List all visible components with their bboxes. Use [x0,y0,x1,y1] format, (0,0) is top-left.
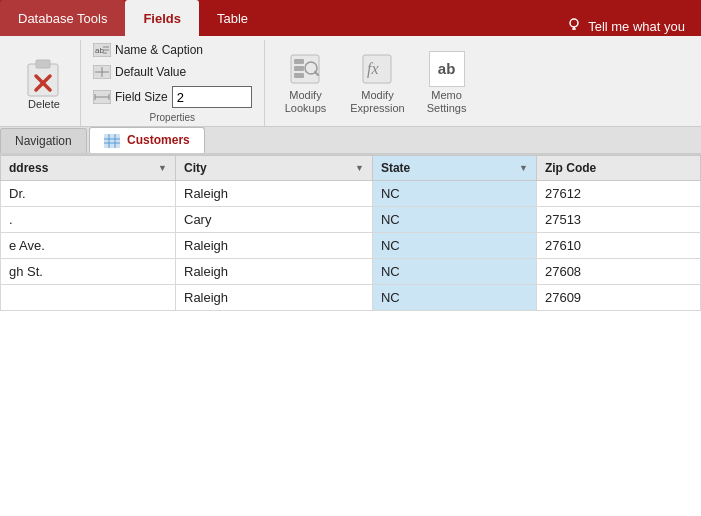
tell-me-text: Tell me what you [588,19,685,34]
modify-expression-label: ModifyExpression [350,89,404,115]
svg-rect-20 [294,59,304,64]
cell-city[interactable]: Raleigh [176,180,373,206]
prop-items-list: ab Name & Caption [89,40,256,110]
field-size-input[interactable] [172,86,252,108]
table-row[interactable]: .CaryNC27513 [1,206,701,232]
ribbon: Database Tools Fields Table Tell me what… [0,0,701,36]
svg-rect-3 [28,64,58,96]
name-caption-item[interactable]: ab Name & Caption [89,40,256,60]
name-caption-icon: ab [93,42,111,58]
delete-icon [24,56,64,96]
tab-table[interactable]: Table [199,0,266,36]
memo-settings-button[interactable]: ab MemoSettings [417,40,477,126]
svg-rect-27 [104,134,120,148]
cell-address[interactable]: . [1,206,176,232]
table-row[interactable]: e Ave.RaleighNC27610 [1,232,701,258]
address-col-dropdown-icon: ▼ [158,163,167,173]
cell-zip_code[interactable]: 27513 [536,206,700,232]
cell-zip_code[interactable]: 27610 [536,232,700,258]
cell-city[interactable]: Raleigh [176,284,373,310]
default-value-label: Default Value [115,65,186,79]
cell-state[interactable]: NC [372,180,536,206]
modify-lookups-label: ModifyLookups [285,89,327,115]
svg-text:fx: fx [367,60,379,78]
table-row[interactable]: Dr.RaleighNC27612 [1,180,701,206]
nav-tab-navigation-label: Navigation [15,134,72,148]
customers-table-icon [104,134,120,148]
svg-rect-21 [294,66,304,71]
cell-city[interactable]: Raleigh [176,232,373,258]
delete-button[interactable]: Delete [16,52,72,114]
table-header-row: ddress ▼ City ▼ State ▼ [1,155,701,180]
cell-address[interactable] [1,284,176,310]
modify-lookups-button[interactable]: ModifyLookups [273,40,339,126]
svg-rect-22 [294,73,304,78]
ribbon-group-modify: ModifyLookups fx ModifyExpression ab Mem… [265,40,485,126]
content-area: Navigation Customers dd [0,127,701,516]
delete-group-content: Delete [16,40,72,126]
nav-tab-customers-label: Customers [127,133,190,147]
cell-zip_code[interactable]: 27609 [536,284,700,310]
city-col-dropdown-icon: ▼ [355,163,364,173]
memo-settings-icon: ab [429,51,465,87]
cell-state[interactable]: NC [372,232,536,258]
tab-fields[interactable]: Fields [125,0,199,36]
tell-me-area[interactable]: Tell me what you [550,17,701,36]
col-header-address[interactable]: ddress ▼ [1,155,176,180]
nav-tab-customers[interactable]: Customers [89,127,205,153]
col-header-city[interactable]: City ▼ [176,155,373,180]
cell-zip_code[interactable]: 27612 [536,180,700,206]
field-size-item[interactable]: Field Size [89,84,256,110]
tab-database-tools[interactable]: Database Tools [0,0,125,36]
modify-expression-button[interactable]: fx ModifyExpression [338,40,416,126]
properties-group-content: ab Name & Caption [89,40,256,110]
modify-lookups-icon [287,51,323,87]
ribbon-content: Delete ab Name & Caption [0,36,701,127]
col-header-state[interactable]: State ▼ [372,155,536,180]
col-header-zipcode[interactable]: Zip Code [536,155,700,180]
delete-label: Delete [28,98,60,110]
field-size-icon [93,89,111,105]
table-body: Dr.RaleighNC27612.CaryNC27513e Ave.Ralei… [1,180,701,310]
name-caption-label: Name & Caption [115,43,203,57]
data-table-container: ddress ▼ City ▼ State ▼ [0,155,701,516]
ribbon-group-properties: ab Name & Caption [81,40,265,126]
field-size-label: Field Size [115,90,168,104]
table-row[interactable]: gh St.RaleighNC27608 [1,258,701,284]
cell-state[interactable]: NC [372,284,536,310]
cell-city[interactable]: Raleigh [176,258,373,284]
memo-settings-label: MemoSettings [427,89,467,115]
cell-city[interactable]: Cary [176,206,373,232]
svg-rect-4 [36,60,50,68]
default-value-icon [93,64,111,80]
nav-tabs-bar: Navigation Customers [0,127,701,155]
properties-group-label: Properties [150,110,196,126]
default-value-item[interactable]: Default Value [89,62,256,82]
cell-address[interactable]: Dr. [1,180,176,206]
table-row[interactable]: RaleighNC27609 [1,284,701,310]
nav-tab-navigation[interactable]: Navigation [0,128,87,153]
modify-expression-icon: fx [359,51,395,87]
svg-point-0 [570,19,578,27]
cell-state[interactable]: NC [372,206,536,232]
ribbon-group-delete: Delete [8,40,81,126]
cell-zip_code[interactable]: 27608 [536,258,700,284]
cell-address[interactable]: gh St. [1,258,176,284]
cell-state[interactable]: NC [372,258,536,284]
lightbulb-icon [566,17,582,36]
state-col-dropdown-icon: ▼ [519,163,528,173]
modify-group-content: ModifyLookups fx ModifyExpression ab Mem… [273,40,477,126]
cell-address[interactable]: e Ave. [1,232,176,258]
ribbon-tab-bar: Database Tools Fields Table Tell me what… [0,0,701,36]
data-table: ddress ▼ City ▼ State ▼ [0,155,701,311]
